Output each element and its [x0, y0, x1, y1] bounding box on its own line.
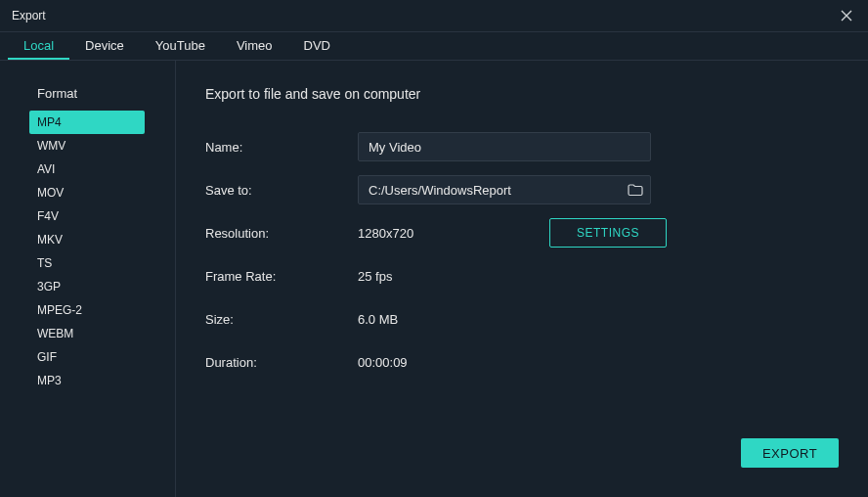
- size-label: Size:: [205, 312, 358, 327]
- format-item-mkv[interactable]: MKV: [29, 228, 145, 251]
- format-heading: Format: [29, 86, 175, 101]
- format-list: MP4 WMV AVI MOV F4V MKV TS 3GP MPEG-2 WE…: [29, 111, 145, 392]
- tab-youtube[interactable]: YouTube: [140, 32, 221, 60]
- name-label: Name:: [205, 140, 358, 155]
- tab-dvd[interactable]: DVD: [288, 32, 346, 60]
- content: Format MP4 WMV AVI MOV F4V MKV TS 3GP MP…: [0, 61, 868, 497]
- sidebar: Format MP4 WMV AVI MOV F4V MKV TS 3GP MP…: [0, 61, 176, 497]
- format-item-3gp[interactable]: 3GP: [29, 275, 145, 298]
- framerate-value: 25 fps: [358, 269, 392, 284]
- row-duration: Duration: 00:00:09: [205, 340, 839, 384]
- duration-value: 00:00:09: [358, 355, 408, 370]
- main-panel: Export to file and save on computer Name…: [176, 61, 868, 497]
- row-resolution: Resolution: 1280x720 SETTINGS: [205, 211, 839, 254]
- size-value: 6.0 MB: [358, 312, 398, 327]
- tab-vimeo[interactable]: Vimeo: [221, 32, 288, 60]
- titlebar: Export: [0, 0, 868, 31]
- export-button[interactable]: EXPORT: [741, 438, 839, 468]
- format-item-mpeg2[interactable]: MPEG-2: [29, 298, 145, 322]
- main-heading: Export to file and save on computer: [205, 86, 839, 102]
- framerate-label: Frame Rate:: [205, 269, 358, 284]
- format-item-f4v[interactable]: F4V: [29, 204, 145, 228]
- row-name: Name:: [205, 125, 839, 168]
- window-title: Export: [12, 9, 46, 23]
- folder-icon[interactable]: [628, 183, 643, 197]
- settings-button[interactable]: SETTINGS: [549, 218, 667, 248]
- format-item-ts[interactable]: TS: [29, 251, 145, 275]
- row-saveto: Save to:: [205, 168, 839, 211]
- format-item-mp4[interactable]: MP4: [29, 111, 145, 134]
- saveto-input[interactable]: [358, 175, 651, 204]
- tabbar: Local Device YouTube Vimeo DVD: [0, 31, 868, 61]
- tab-device[interactable]: Device: [69, 32, 140, 60]
- format-item-wmv[interactable]: WMV: [29, 134, 145, 158]
- format-item-gif[interactable]: GIF: [29, 345, 145, 369]
- format-item-mp3[interactable]: MP3: [29, 369, 145, 392]
- format-item-webm[interactable]: WEBM: [29, 322, 145, 345]
- row-size: Size: 6.0 MB: [205, 297, 839, 340]
- duration-label: Duration:: [205, 355, 358, 370]
- format-item-mov[interactable]: MOV: [29, 181, 145, 204]
- close-icon[interactable]: [837, 6, 856, 25]
- row-framerate: Frame Rate: 25 fps: [205, 254, 839, 297]
- resolution-label: Resolution:: [205, 226, 358, 241]
- saveto-label: Save to:: [205, 183, 358, 198]
- tab-local[interactable]: Local: [8, 32, 69, 60]
- name-input[interactable]: [358, 132, 651, 161]
- format-item-avi[interactable]: AVI: [29, 158, 145, 181]
- resolution-value: 1280x720: [358, 226, 534, 241]
